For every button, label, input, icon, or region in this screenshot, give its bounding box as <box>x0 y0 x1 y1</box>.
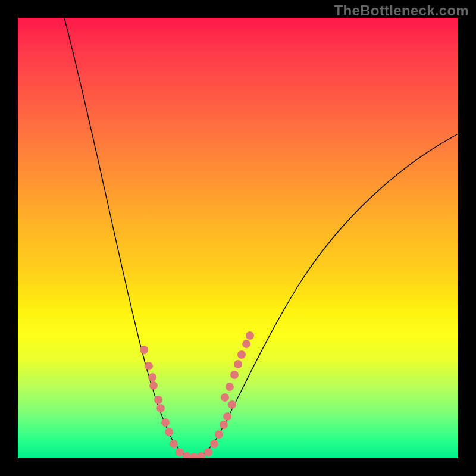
svg-point-0 <box>140 346 148 354</box>
svg-point-15 <box>215 430 223 439</box>
svg-point-16 <box>220 421 228 429</box>
svg-point-7 <box>165 428 173 436</box>
svg-point-24 <box>242 340 250 348</box>
chart-svg <box>18 18 458 458</box>
svg-point-3 <box>149 381 158 390</box>
svg-point-9 <box>176 448 184 456</box>
svg-point-20 <box>226 383 234 391</box>
svg-point-10 <box>183 452 191 458</box>
svg-point-5 <box>156 404 165 412</box>
svg-point-22 <box>234 360 242 368</box>
right-curve <box>193 134 458 458</box>
svg-point-4 <box>154 396 162 404</box>
svg-point-17 <box>223 412 231 421</box>
svg-point-19 <box>221 393 229 402</box>
svg-point-6 <box>161 418 170 427</box>
left-curve <box>64 18 193 458</box>
svg-point-23 <box>237 350 246 359</box>
svg-point-14 <box>210 440 218 448</box>
svg-point-13 <box>204 448 212 456</box>
svg-point-1 <box>145 362 153 370</box>
chart-area <box>18 18 458 458</box>
data-points <box>140 331 254 458</box>
watermark-text: TheBottleneck.com <box>334 2 469 19</box>
svg-point-25 <box>246 331 254 340</box>
svg-point-21 <box>230 371 239 379</box>
svg-point-18 <box>228 400 236 409</box>
svg-point-2 <box>148 373 156 381</box>
svg-point-11 <box>190 453 198 458</box>
svg-point-8 <box>170 440 178 448</box>
